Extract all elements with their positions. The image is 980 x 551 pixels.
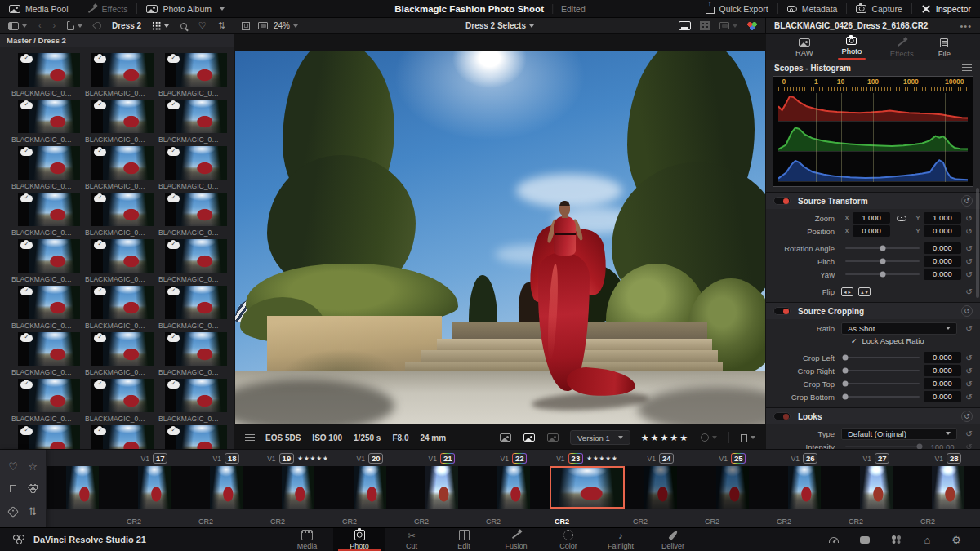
- back-button[interactable]: ‹: [38, 21, 42, 30]
- reset-icon[interactable]: ↺: [963, 353, 975, 362]
- filmstrip-item[interactable]: V1 17 CR2: [118, 450, 190, 527]
- source-cropping-header[interactable]: Source Cropping ↺: [766, 303, 980, 319]
- x-value-field[interactable]: 0.000: [853, 225, 890, 237]
- media-thumbnail[interactable]: [91, 286, 142, 319]
- inspector-tab[interactable]: RAW: [795, 37, 813, 57]
- value-field[interactable]: 0.000: [924, 378, 961, 389]
- filmstrip-item[interactable]: V1 18 CR2: [190, 450, 262, 527]
- value-slider[interactable]: [845, 383, 920, 384]
- media-item[interactable]: BLACKMAGIC_042...: [154, 98, 227, 144]
- media-thumbnail[interactable]: [165, 425, 216, 449]
- media-item[interactable]: BLACKMAGIC_042...: [7, 191, 80, 238]
- link-xy-icon[interactable]: [897, 216, 906, 221]
- filmstrip-thumbnail[interactable]: [406, 466, 478, 509]
- reset-icon[interactable]: ↺: [963, 429, 975, 438]
- filmstrip-item[interactable]: V1 28 CR2: [912, 450, 980, 527]
- reset-icon[interactable]: ↺: [963, 380, 975, 389]
- reset-icon[interactable]: ↺: [963, 287, 975, 296]
- filmstrip-item[interactable]: V1 26 CR2: [768, 450, 840, 527]
- keyword-tag-icon[interactable]: [8, 508, 18, 516]
- media-item[interactable]: BLACKMAGIC_042...: [7, 331, 80, 377]
- media-thumbnail[interactable]: [18, 53, 69, 87]
- flip-vertical-button[interactable]: ▴ ▾: [858, 287, 871, 296]
- page-tab[interactable]: Fusion: [490, 528, 542, 551]
- filmstrip-item[interactable]: V1 21 CR2: [406, 450, 478, 527]
- media-item[interactable]: BLACKMAGIC_042...: [80, 424, 154, 449]
- section-enable-toggle[interactable]: [773, 197, 791, 205]
- image-preview-button[interactable]: [523, 433, 536, 442]
- media-thumbnail[interactable]: [18, 286, 69, 319]
- section-reset-icon[interactable]: ↺: [961, 305, 973, 317]
- looks-header[interactable]: Looks ↺: [766, 408, 980, 424]
- inspector-tab[interactable]: Photo: [838, 35, 866, 60]
- viewer-title-dropdown[interactable]: Dress 2 Selects: [466, 21, 534, 30]
- media-thumbnail[interactable]: [91, 332, 142, 366]
- media-item[interactable]: BLACKMAGIC_042...: [7, 377, 80, 424]
- media-thumbnail[interactable]: [18, 425, 69, 449]
- grid-view-button[interactable]: [151, 21, 170, 30]
- capture-button[interactable]: Capture: [847, 0, 911, 17]
- media-item[interactable]: BLACKMAGIC_042...: [7, 284, 80, 331]
- inspector-button[interactable]: Inspector: [912, 0, 980, 17]
- y-value-field[interactable]: 1.000: [924, 212, 961, 224]
- intensity-slider[interactable]: [845, 446, 920, 447]
- media-thumbnail[interactable]: [165, 53, 216, 87]
- inspector-tab[interactable]: File: [938, 37, 951, 58]
- reset-icon[interactable]: ↺: [963, 244, 975, 253]
- media-pool-button[interactable]: Media Pool: [0, 0, 78, 17]
- reset-icon[interactable]: ↺: [963, 257, 975, 266]
- filmstrip-item[interactable]: V1 20 CR2: [334, 450, 406, 527]
- filmstrip-thumbnail[interactable]: [697, 466, 768, 509]
- media-thumbnail[interactable]: [91, 193, 142, 226]
- transform-tool-button[interactable]: [241, 22, 251, 30]
- page-tab[interactable]: Color: [542, 528, 595, 551]
- bin-view-button[interactable]: [7, 22, 28, 30]
- media-item[interactable]: BLACKMAGIC_042...: [80, 191, 154, 238]
- value-slider[interactable]: [845, 260, 920, 262]
- inspector-scrollbar[interactable]: [976, 188, 979, 298]
- page-tab[interactable]: ♪ Fairlight: [595, 528, 647, 551]
- media-item[interactable]: BLACKMAGIC_042...: [7, 51, 80, 98]
- media-thumbnail[interactable]: [18, 379, 69, 412]
- media-thumbnail[interactable]: [165, 193, 216, 226]
- favorites-filter-button[interactable]: ♡: [198, 21, 207, 30]
- collaboration-button[interactable]: [890, 535, 903, 544]
- value-field[interactable]: 0.000: [924, 352, 961, 363]
- section-enable-toggle[interactable]: [773, 412, 791, 420]
- media-item[interactable]: BLACKMAGIC_042...: [7, 98, 80, 144]
- media-item[interactable]: BLACKMAGIC_042...: [154, 51, 227, 98]
- media-thumbnail[interactable]: [165, 239, 216, 273]
- quick-export-button[interactable]: Quick Export: [697, 0, 777, 17]
- filmstrip-thumbnail[interactable]: [334, 466, 406, 509]
- forward-button[interactable]: ›: [52, 21, 57, 30]
- photo-album-button[interactable]: Photo Album: [137, 0, 234, 17]
- media-item[interactable]: BLACKMAGIC_042...: [154, 331, 227, 377]
- value-field[interactable]: 0.000: [924, 242, 961, 254]
- media-item[interactable]: BLACKMAGIC_042...: [80, 377, 154, 424]
- filmstrip-thumbnail[interactable]: [625, 466, 697, 509]
- home-button[interactable]: ⌂: [923, 535, 931, 545]
- version-dropdown[interactable]: Version 1: [570, 430, 630, 445]
- media-item[interactable]: BLACKMAGIC_042...: [7, 424, 80, 449]
- media-item[interactable]: BLACKMAGIC_042...: [154, 238, 227, 284]
- media-item[interactable]: BLACKMAGIC_042...: [80, 51, 154, 98]
- reset-icon[interactable]: ↺: [963, 270, 975, 279]
- scopes-header[interactable]: Scopes - Histogram: [766, 60, 980, 75]
- value-slider[interactable]: [845, 247, 920, 249]
- page-tab[interactable]: Deliver: [647, 528, 699, 551]
- filmstrip-thumbnail[interactable]: [47, 466, 118, 509]
- inspector-tab[interactable]: Effects: [890, 36, 914, 58]
- section-reset-icon[interactable]: ↺: [961, 195, 973, 207]
- media-item[interactable]: BLACKMAGIC_042...: [154, 144, 227, 191]
- filmstrip-item[interactable]: V1 27 CR2: [840, 450, 912, 527]
- media-item[interactable]: BLACKMAGIC_042...: [7, 144, 80, 191]
- bookmark-dropdown[interactable]: [740, 434, 756, 442]
- filmstrip-thumbnail[interactable]: [768, 466, 840, 509]
- x-value-field[interactable]: 1.000: [853, 212, 890, 224]
- filmstrip-thumbnail[interactable]: [262, 466, 334, 509]
- media-item[interactable]: BLACKMAGIC_042...: [154, 284, 227, 331]
- flip-horizontal-button[interactable]: ◂ ▸: [841, 287, 853, 296]
- filmstrip-thumbnail[interactable]: [912, 466, 980, 509]
- media-item[interactable]: BLACKMAGIC_042...: [154, 377, 227, 424]
- media-item[interactable]: BLACKMAGIC_042...: [80, 98, 154, 144]
